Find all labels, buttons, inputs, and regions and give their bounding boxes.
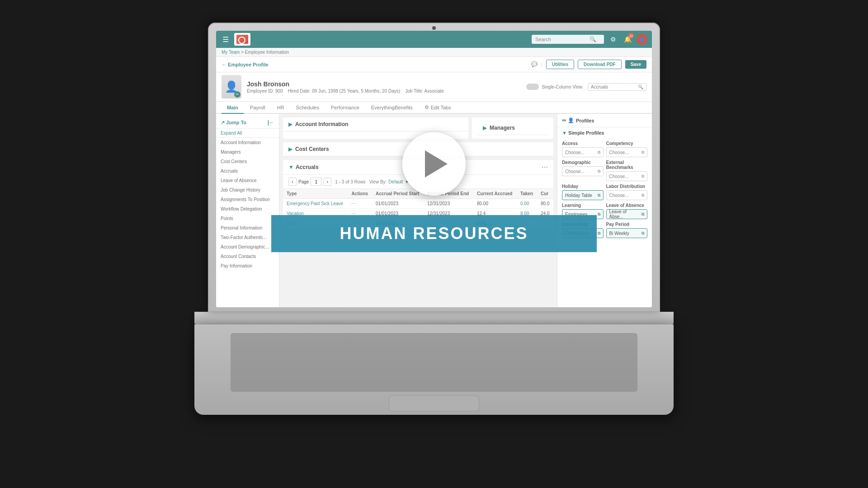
profile-ext-bench-select[interactable]: Choose... ⧉ (606, 171, 648, 181)
accruals-search[interactable]: Accruals 🔍 (588, 83, 646, 91)
message-icon[interactable]: 💬 (531, 61, 538, 67)
profile-competency-select[interactable]: Choose... ⧉ (606, 147, 648, 157)
tab-hr[interactable]: HR (272, 102, 290, 114)
profile-learning-select[interactable]: Employees ⧉ (562, 209, 604, 219)
col-current-accrued: Current Accrued (473, 189, 517, 199)
profile-demographic-select[interactable]: Choose... ⧉ (562, 166, 604, 176)
gear-icon: ⚙ (425, 104, 429, 110)
breadcrumb: My Team > Employee Information (216, 48, 652, 57)
sidebar-item-account-contacts[interactable]: Account Contacts (216, 252, 279, 261)
profile-loa-label: Leave of Absence (606, 203, 648, 208)
row1-current: 80.0 (537, 199, 553, 209)
sidebar-item-job-change[interactable]: Job Change History (216, 185, 279, 195)
jump-to-sidebar: ↗ Jump To |← Expand All Account Informat… (216, 114, 279, 307)
col-period-start: Accrual Period Start (372, 189, 424, 199)
search-icon: 🔍 (590, 36, 596, 42)
row1-accrued: 80.00 (473, 199, 517, 209)
chevron-right-icon-cc: ▶ (288, 146, 292, 152)
profiles-collapse-icon[interactable]: ⇔ (562, 117, 566, 123)
copy-icon-4: ⧉ (642, 174, 644, 179)
collapse-icon[interactable]: |← (268, 119, 274, 126)
view-by-value[interactable]: Default (388, 179, 403, 184)
profile-holiday-select[interactable]: Holiday Table ⧉ (562, 190, 604, 200)
breadcrumb-parent[interactable]: My Team (222, 50, 240, 55)
settings-button[interactable]: ⚙ (608, 34, 618, 45)
trackpad[interactable] (389, 395, 479, 411)
profiles-sidebar: ⇔ 👤 Profiles ▼ Simple Profiles Access (557, 114, 652, 307)
sidebar-item-account-info[interactable]: Account Information (216, 138, 279, 147)
sidebar-item-points[interactable]: Points (216, 214, 279, 223)
managers-card: ▶ Managers (472, 117, 553, 139)
row2-type: Vacation (283, 209, 348, 219)
row3-type: Sick (283, 219, 348, 229)
toggle-switch[interactable] (526, 84, 539, 90)
sidebar-item-pay-info[interactable]: Pay Information (216, 261, 279, 271)
back-button[interactable]: ← Employee Profile (222, 62, 268, 67)
row3-taken (517, 219, 537, 229)
row1-end: 12/31/2023 (424, 199, 473, 209)
sidebar-item-account-demographic[interactable]: Account Demographic... (216, 242, 279, 252)
save-button[interactable]: Save (625, 60, 646, 69)
hamburger-menu[interactable]: ☰ (221, 33, 231, 46)
job-title: Associate (425, 89, 444, 94)
expand-all-button[interactable]: Expand All (216, 129, 279, 138)
profile-onboarding-select[interactable]: Onboarding ⧉ (562, 228, 604, 238)
next-page-button[interactable]: › (323, 178, 331, 186)
accruals-collapse-icon[interactable]: ▼ (288, 164, 294, 170)
tab-schedules[interactable]: Schedules (291, 102, 325, 114)
search-box[interactable]: 🔍 (532, 35, 604, 44)
sidebar-item-managers[interactable]: Managers (216, 147, 279, 157)
row3-end (424, 219, 473, 229)
sidebar-item-leave-of-absence[interactable]: Leave of Absence (216, 176, 279, 185)
row1-taken: 0.00 (517, 199, 537, 209)
account-info-header[interactable]: ▶ Account Information (283, 117, 468, 131)
play-button[interactable] (402, 132, 466, 196)
search-input[interactable] (535, 37, 590, 42)
prev-page-button[interactable]: ‹ (288, 178, 297, 186)
chevron-right-icon-mgr: ▶ (483, 125, 487, 131)
profile-pay-period-select[interactable]: Bi Weekly ⧉ (606, 228, 648, 238)
profile-loa-select[interactable]: Leave of Abse... ⧉ (606, 209, 648, 219)
utilities-button[interactable]: Utilities (546, 60, 574, 69)
sidebar-item-accruals[interactable]: Accruals (216, 166, 279, 176)
notifications-button[interactable]: 🔔 10 (622, 34, 633, 45)
managers-title: Managers (490, 125, 515, 131)
sidebar-item-assignments[interactable]: Assignments To Position (216, 195, 279, 204)
profile-access-select[interactable]: Choose... ⧉ (562, 147, 604, 157)
tab-main[interactable]: Main (222, 102, 244, 114)
profile-labor-dist-select[interactable]: Choose... ⧉ (606, 190, 648, 200)
sidebar-item-cost-centers[interactable]: Cost Centers (216, 157, 279, 166)
user-avatar[interactable]: 👤 (637, 34, 647, 45)
sidebar-item-workflow[interactable]: Workflow Delegation (216, 204, 279, 214)
row1-type: Emergency Paid Sick Leave (283, 199, 348, 209)
sidebar-item-two-factor[interactable]: Two-Factor Authentic... (216, 233, 279, 242)
play-triangle-icon (425, 150, 448, 178)
table-row: Vacation ⋯ 01/01/2023 12/31/2023 12.4 8.… (283, 209, 553, 219)
profiles-title: Profiles (576, 118, 594, 123)
copy-icon-2: ⧉ (642, 150, 644, 155)
employee-photo: 👤 ✏ (222, 75, 241, 99)
accruals-more-options[interactable]: ⋯ (542, 164, 548, 171)
chevron-right-icon: ▶ (288, 121, 292, 127)
profile-onboarding-label: Onboarding (562, 222, 604, 227)
tab-everything-benefits[interactable]: EverythingBenefits (366, 102, 418, 114)
accruals-table: Type Actions Accrual Period Start Accrua… (283, 189, 553, 229)
accruals-search-icon: 🔍 (638, 84, 643, 89)
copy-icon-5: ⧉ (598, 193, 600, 198)
logo-box[interactable] (234, 33, 250, 46)
sidebar-item-personal-info[interactable]: Personal Information (216, 223, 279, 233)
row1-actions: ⋯ (348, 199, 372, 209)
tab-payroll[interactable]: Payroll (245, 102, 271, 114)
profiles-grid: Access Choose... ⧉ Competency Choose... (557, 138, 652, 241)
row3-accrued: 0.00 (473, 219, 517, 229)
managers-header[interactable]: ▶ Managers (477, 121, 548, 135)
single-column-toggle[interactable]: Single-Column View (526, 84, 582, 90)
download-pdf-button[interactable]: Download PDF (578, 60, 622, 69)
row2-current: 24.0 (537, 209, 553, 219)
tab-performance[interactable]: Performance (326, 102, 365, 114)
row3-current (537, 219, 553, 229)
edit-badge[interactable]: ✏ (234, 91, 241, 98)
profile-onboarding: Onboarding Onboarding ⧉ (562, 222, 604, 238)
page-number-input[interactable] (311, 178, 321, 186)
tab-edit-tabs[interactable]: ⚙ Edit Tabs (419, 102, 457, 114)
